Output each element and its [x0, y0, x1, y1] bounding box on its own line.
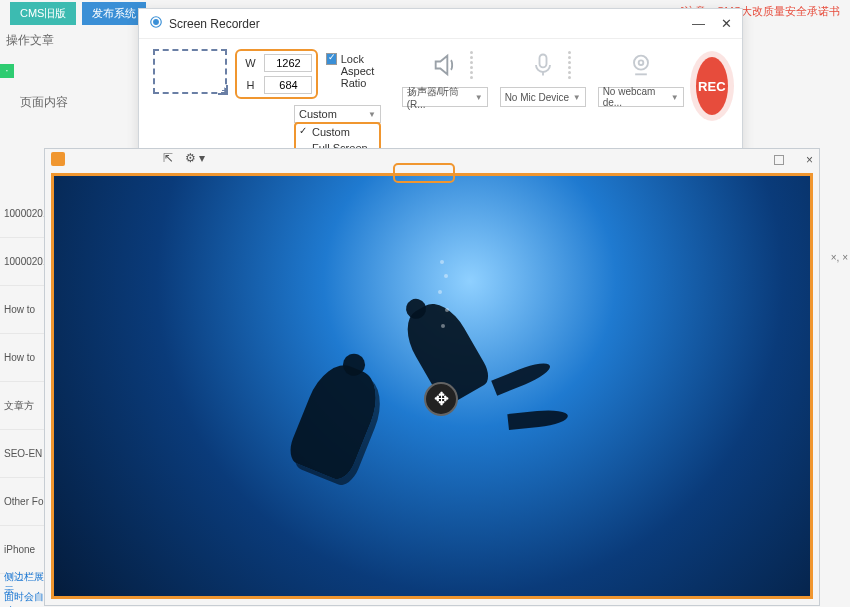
resize-handle-bl[interactable]: [51, 583, 67, 599]
bg-tab-publish[interactable]: 发布系统: [82, 2, 146, 25]
maximize-button[interactable]: [774, 155, 784, 165]
bg-sidebar-item[interactable]: iPhone: [0, 526, 48, 574]
underwater-scene-diver: [285, 357, 387, 484]
bg-section-subtitle: 操作文章: [6, 32, 54, 49]
bg-sidebar-item[interactable]: 面时会自动: [0, 594, 48, 607]
underwater-scene-bubbles: [440, 260, 442, 340]
microphone-icon[interactable]: [527, 49, 559, 81]
export-icon[interactable]: ⇱: [163, 151, 173, 165]
bg-sidebar-item[interactable]: 10000201: [0, 238, 48, 286]
lock-aspect-label: Lock Aspect: [341, 53, 390, 77]
bg-section-title: 页面内容: [20, 94, 68, 111]
bg-sidebar-item[interactable]: 文章方: [0, 382, 48, 430]
mic-device-value: No Mic Device: [505, 92, 569, 103]
webcam-device-select[interactable]: No webcam de... ▼: [598, 87, 684, 107]
width-input[interactable]: [264, 54, 312, 72]
webcam-device-value: No webcam de...: [603, 86, 671, 108]
system-audio-icon[interactable]: [429, 49, 461, 81]
resize-handle-br[interactable]: [797, 583, 813, 599]
capture-window: ⇱ ⚙ ▾ × ✥: [44, 148, 820, 606]
audio-device-value: 扬声器/听筒 (R...: [407, 85, 475, 110]
close-button[interactable]: ×: [806, 153, 813, 167]
recorder-title: Screen Recorder: [169, 17, 260, 31]
settings-icon[interactable]: ⚙ ▾: [185, 151, 205, 165]
top-highlight-box: [393, 163, 455, 183]
bg-sub-close[interactable]: ×, ×: [831, 252, 848, 263]
svg-point-1: [154, 20, 159, 25]
audio-device-select[interactable]: 扬声器/听筒 (R... ▼: [402, 87, 488, 107]
bg-sidebar-item[interactable]: 10000201: [0, 190, 48, 238]
bg-tab-cms[interactable]: CMS旧版: [10, 2, 76, 25]
resolution-select[interactable]: Custom ▼: [294, 105, 381, 123]
bg-sidebar-item[interactable]: How to: [0, 334, 48, 382]
resolution-option-custom[interactable]: Custom: [296, 124, 379, 140]
height-label: H: [241, 79, 259, 91]
chevron-down-icon: ▼: [475, 93, 483, 102]
mic-device-select[interactable]: No Mic Device ▼: [500, 87, 586, 107]
lock-aspect-checkbox[interactable]: [326, 53, 336, 65]
capture-window-icon: [51, 152, 65, 166]
height-input[interactable]: [264, 76, 312, 94]
bg-green-marker: ·: [0, 64, 14, 78]
width-label: W: [241, 57, 259, 69]
minimize-button[interactable]: —: [692, 16, 705, 31]
dimensions-highlight: W H: [235, 49, 318, 99]
bg-sidebar: 10000201 10000201 How to How to 文章方 SEO-…: [0, 190, 48, 607]
move-region-handle[interactable]: ✥: [424, 382, 458, 416]
region-preview-icon[interactable]: [153, 49, 227, 94]
bg-sidebar-item[interactable]: SEO-EN: [0, 430, 48, 478]
close-button[interactable]: ✕: [721, 16, 732, 31]
underwater-scene-fin: [492, 359, 554, 396]
svg-rect-2: [539, 55, 546, 68]
underwater-scene-fin: [507, 408, 568, 430]
svg-point-3: [634, 56, 648, 70]
bg-sidebar-item[interactable]: Other Fo: [0, 478, 48, 526]
chevron-down-icon: ▼: [368, 110, 376, 119]
resize-handle-tl[interactable]: [51, 173, 67, 189]
recorder-titlebar[interactable]: Screen Recorder — ✕: [139, 9, 742, 39]
webcam-icon[interactable]: [625, 49, 657, 81]
lock-aspect-label-2: Ratio: [341, 77, 390, 89]
record-button[interactable]: REC: [696, 57, 728, 115]
chevron-down-icon: ▼: [671, 93, 679, 102]
chevron-down-icon: ▼: [573, 93, 581, 102]
screen-recorder-window: Screen Recorder — ✕ W H: [138, 8, 743, 166]
resolution-value: Custom: [299, 108, 337, 120]
resize-handle-tr[interactable]: [797, 173, 813, 189]
capture-region-frame[interactable]: ✥: [51, 173, 813, 599]
bg-sidebar-item[interactable]: How to: [0, 286, 48, 334]
recorder-app-icon: [149, 15, 163, 32]
svg-point-4: [638, 60, 643, 65]
